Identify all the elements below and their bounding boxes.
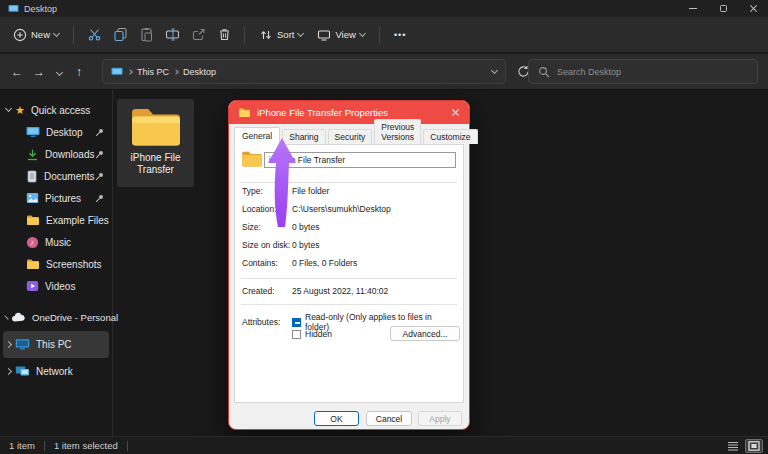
separator: [241, 278, 457, 279]
sidebar-item-example-files[interactable]: Example Files: [0, 209, 112, 231]
onedrive-cloud-icon: [11, 312, 26, 323]
pin-icon: [95, 172, 104, 181]
sidebar-item-documents[interactable]: Documents: [0, 165, 112, 187]
hidden-label: Hidden: [305, 329, 332, 339]
sidebar-item-quick-access[interactable]: ★ Quick access: [0, 99, 112, 121]
more-options-button[interactable]: •••: [387, 26, 413, 44]
video-icon: [26, 280, 39, 292]
share-button[interactable]: [185, 22, 211, 48]
trash-icon: [217, 27, 232, 42]
large-icons-view-button[interactable]: [745, 439, 763, 453]
sidebar-item-this-pc[interactable]: This PC: [3, 331, 109, 358]
star-icon: ★: [15, 105, 25, 116]
sidebar-item-onedrive[interactable]: OneDrive - Personal: [0, 304, 112, 331]
sort-icon: [259, 28, 273, 42]
search-input[interactable]: Search Desktop: [528, 59, 758, 84]
selected-count: 1 item selected: [54, 440, 118, 451]
up-button[interactable]: ↑: [68, 65, 90, 79]
copy-icon: [113, 27, 128, 42]
advanced-button[interactable]: Advanced...: [390, 326, 460, 341]
sidebar-item-label: Screenshots: [46, 259, 102, 270]
close-button[interactable]: [738, 1, 768, 16]
minimize-button[interactable]: [678, 1, 708, 16]
cancel-button[interactable]: Cancel: [366, 411, 412, 426]
monitor-icon: [26, 126, 40, 138]
this-pc-icon: [15, 338, 30, 351]
sidebar-item-music[interactable]: ♪ Music: [0, 231, 112, 253]
sidebar-item-label: OneDrive - Personal: [32, 312, 118, 323]
pin-icon: [95, 128, 104, 137]
copy-button[interactable]: [107, 22, 133, 48]
sidebar-item-downloads[interactable]: Downloads: [0, 143, 112, 165]
sidebar-item-desktop[interactable]: Desktop: [0, 121, 112, 143]
tab-previous-versions[interactable]: Previous Versions: [374, 119, 421, 144]
back-button[interactable]: ←: [6, 65, 28, 79]
collapsed-chevron-icon[interactable]: [5, 368, 12, 375]
close-icon: [451, 108, 460, 117]
toolbar-divider: [244, 26, 245, 44]
readonly-checkbox[interactable]: [292, 318, 301, 327]
sidebar-item-label: This PC: [36, 339, 72, 350]
chevron-down-icon: [53, 29, 60, 36]
details-view-icon: [727, 441, 739, 451]
sidebar-item-label: Example Files: [46, 215, 109, 226]
tab-security[interactable]: Security: [328, 129, 373, 144]
rename-button[interactable]: [159, 22, 185, 48]
sidebar-item-network[interactable]: Network: [0, 358, 112, 385]
view-button[interactable]: View: [310, 24, 371, 46]
new-button-label: New: [31, 29, 50, 40]
status-divider: [127, 441, 128, 451]
property-value: C:\Users\sumukh\Desktop: [292, 204, 391, 214]
property-value: 0 bytes: [292, 240, 319, 250]
dialog-titlebar[interactable]: iPhone File Transfer Properties: [229, 101, 469, 124]
sidebar-item-label: Documents: [44, 171, 95, 182]
chevron-down-icon: [297, 29, 304, 36]
folder-tile-label: iPhone File Transfer: [121, 152, 191, 176]
address-bar-row: ← → ↑ This PC Desktop Search Desktop: [0, 54, 768, 90]
hidden-checkbox[interactable]: [292, 330, 301, 339]
new-button[interactable]: New: [6, 24, 66, 46]
details-view-button[interactable]: [724, 439, 742, 453]
recent-locations-button[interactable]: [50, 67, 68, 77]
toolbar-divider: [73, 26, 74, 44]
download-icon: [26, 148, 39, 161]
delete-button[interactable]: [211, 22, 237, 48]
collapsed-chevron-icon[interactable]: [5, 341, 12, 348]
view-button-label: View: [335, 29, 355, 40]
chevron-down-icon: [359, 29, 366, 36]
breadcrumb-this-pc[interactable]: This PC: [137, 67, 169, 77]
more-options-icon: •••: [394, 30, 406, 40]
address-box[interactable]: This PC Desktop: [102, 59, 506, 84]
property-row-created: Created: 25 August 2022, 11:40:02: [242, 286, 457, 296]
ok-button[interactable]: OK: [314, 411, 359, 426]
folder-tile-selected[interactable]: iPhone File Transfer: [117, 99, 194, 187]
sidebar-item-videos[interactable]: Videos: [0, 275, 112, 297]
apply-button[interactable]: Apply: [418, 411, 462, 426]
tab-customize[interactable]: Customize: [423, 129, 477, 144]
property-value: 0 Files, 0 Folders: [292, 258, 357, 268]
annotation-arrow-to-sharing-tab: [255, 132, 305, 232]
network-icon: [15, 365, 30, 378]
property-row-contains: Contains: 0 Files, 0 Folders: [242, 258, 457, 268]
paste-button[interactable]: [133, 22, 159, 48]
sidebar-item-pictures[interactable]: Pictures: [0, 187, 112, 209]
sort-button[interactable]: Sort: [252, 24, 310, 46]
cut-icon: [87, 27, 102, 42]
sidebar-item-screenshots[interactable]: Screenshots: [0, 253, 112, 275]
rename-icon: [165, 27, 180, 42]
forward-button[interactable]: →: [28, 65, 50, 79]
collapsed-chevron-icon[interactable]: [4, 315, 8, 319]
maximize-icon: [720, 5, 727, 12]
status-bar: 1 item 1 item selected: [0, 436, 768, 454]
command-bar: New Sort View: [0, 17, 768, 53]
toolbar-divider: [379, 26, 380, 44]
maximize-button[interactable]: [708, 1, 738, 16]
property-label: Created:: [242, 286, 292, 296]
cut-button[interactable]: [81, 22, 107, 48]
desktop-location-icon: [111, 67, 123, 77]
dialog-close-button[interactable]: [451, 108, 460, 117]
expand-chevron-icon[interactable]: [5, 105, 12, 112]
breadcrumb-desktop[interactable]: Desktop: [183, 67, 216, 77]
titlebar: Desktop: [0, 0, 768, 17]
address-dropdown-icon[interactable]: [491, 66, 498, 73]
